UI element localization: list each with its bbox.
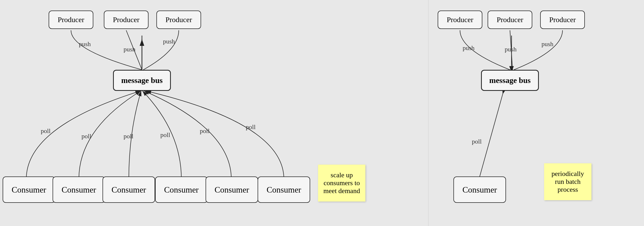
poll-label-4: poll: [160, 131, 170, 138]
left-consumer-3: Consumer: [103, 176, 155, 203]
right-producer-2-label: Producer: [497, 16, 523, 24]
left-message-bus: message bus: [113, 70, 171, 91]
svg-line-7: [480, 92, 503, 176]
left-consumer-6: Consumer: [258, 176, 310, 203]
left-consumer-3-label: Consumer: [111, 185, 146, 195]
right-push-2: push: [505, 46, 517, 53]
right-producer-3: Producer: [540, 11, 585, 29]
left-consumer-2-label: Consumer: [62, 185, 96, 195]
left-consumer-5-label: Consumer: [214, 185, 249, 195]
right-sticky-note: periodically run batch process: [544, 163, 591, 200]
left-producer-3-label: Producer: [165, 16, 192, 24]
left-consumer-4-label: Consumer: [164, 185, 199, 195]
left-producer-1: Producer: [49, 11, 93, 29]
right-producer-3-label: Producer: [549, 16, 576, 24]
main-container: push push push: [0, 0, 644, 226]
right-producer-1-label: Producer: [447, 16, 473, 24]
left-consumer-6-label: Consumer: [267, 185, 301, 195]
push-label-3: push: [163, 38, 175, 45]
poll-label-1: poll: [41, 127, 51, 134]
left-consumer-2: Consumer: [53, 176, 105, 203]
left-diagram: push push push: [0, 0, 428, 226]
left-message-bus-label: message bus: [121, 76, 163, 85]
right-producer-1: Producer: [438, 11, 482, 29]
left-sticky-text: scale up consumers to meet demand: [321, 171, 362, 195]
poll-label-2: poll: [81, 133, 91, 140]
left-producer-2-label: Producer: [113, 16, 139, 24]
left-consumer-4: Consumer: [155, 176, 208, 203]
right-message-bus: message bus: [481, 70, 539, 91]
right-sticky-text: periodically run batch process: [547, 170, 588, 194]
left-producer-2: Producer: [104, 11, 149, 29]
right-poll-1: poll: [472, 138, 482, 145]
poll-label-5: poll: [200, 127, 210, 134]
right-consumer-1-label: Consumer: [462, 185, 497, 195]
left-consumer-1: Consumer: [3, 176, 55, 203]
push-label-2: push: [124, 46, 135, 53]
right-message-bus-label: message bus: [489, 76, 531, 85]
left-producer-1-label: Producer: [58, 16, 84, 24]
right-diagram: push push push poll Producer Producer Pr…: [428, 0, 644, 226]
right-push-3: push: [541, 41, 553, 47]
left-consumer-1-label: Consumer: [12, 185, 46, 195]
left-sticky-note: scale up consumers to meet demand: [318, 165, 365, 202]
poll-label-3: poll: [124, 133, 134, 140]
poll-label-6: poll: [246, 124, 256, 130]
left-producer-3: Producer: [156, 11, 201, 29]
right-producer-2: Producer: [488, 11, 532, 29]
right-push-1: push: [463, 45, 474, 51]
right-consumer-1: Consumer: [453, 176, 506, 203]
push-label-1: push: [79, 41, 91, 47]
left-consumer-5: Consumer: [206, 176, 258, 203]
